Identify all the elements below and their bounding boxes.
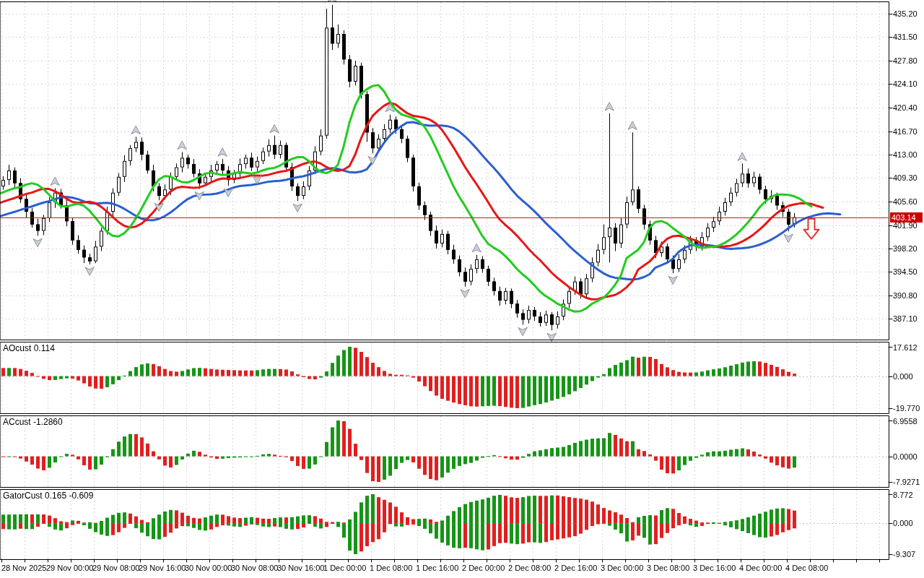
indicator-axis-label: -19.770: [893, 404, 920, 413]
time-axis-label: 30 Nov 08:00: [231, 564, 278, 572]
indicator-axis-label: 17.612: [893, 343, 918, 352]
indicator-axis-label: 0.000: [893, 519, 913, 527]
indicator-axis-label: -7.9271: [893, 478, 920, 486]
indicator-axis-label: 6.9558: [893, 417, 918, 426]
price-axis-label: 416.70: [893, 127, 918, 136]
price-axis-label: 413.00: [893, 150, 918, 159]
time-axis-label: 29 Nov 08:00: [92, 564, 139, 572]
price-chart-canvas[interactable]: [0, 0, 924, 578]
time-axis-label: 29 Nov 16:00: [139, 564, 186, 572]
time-axis-label: 3 Dec 16:00: [693, 564, 736, 572]
price-axis-label: 390.80: [893, 291, 918, 300]
price-axis-label: 420.40: [893, 103, 918, 112]
indicator-label-ao: AOcust 0.114: [3, 343, 55, 353]
time-axis-label: 2 Dec 16:00: [554, 564, 597, 572]
trading-chart-window: AOcust 0.114 ACcust -1.2860 GatorCust 0.…: [0, 0, 924, 578]
price-axis-label: 401.90: [893, 221, 918, 230]
time-axis-label: 4 Dec 08:00: [785, 564, 828, 572]
time-axis-label: 29 Nov 00:00: [46, 564, 93, 572]
price-axis-label: 431.50: [893, 33, 918, 41]
time-axis-label: 2 Dec 08:00: [508, 564, 551, 572]
indicator-label-ac: ACcust -1.2860: [3, 417, 63, 427]
time-axis-label: 3 Dec 08:00: [647, 564, 689, 572]
time-axis-label: 2 Dec 00:00: [462, 564, 505, 572]
time-axis-label: 1 Dec 00:00: [323, 564, 366, 572]
time-axis-label: 30 Nov 16:00: [277, 564, 324, 572]
price-axis-label: 387.10: [893, 314, 918, 323]
price-axis-label: 405.60: [893, 197, 918, 206]
time-axis-label: 1 Dec 16:00: [416, 564, 458, 572]
indicator-label-gator: GatorCust 0.165 -0.609: [3, 491, 93, 501]
time-axis-label: 30 Nov 00:00: [185, 564, 232, 572]
time-axis-label: 3 Dec 00:00: [601, 564, 643, 572]
time-axis-label: 1 Dec 08:00: [370, 564, 412, 572]
price-axis-label: 427.80: [893, 56, 918, 65]
price-axis-label: 424.10: [893, 79, 918, 88]
price-axis-label: 394.50: [893, 267, 918, 276]
time-axis-label: 28 Nov 2025: [1, 564, 46, 572]
time-axis-label: 4 Dec 00:00: [739, 564, 782, 572]
indicator-axis-label: 0.000: [893, 372, 913, 381]
indicator-axis-label: 8.772: [893, 491, 913, 499]
indicator-axis-label: 0.0000: [893, 452, 918, 461]
price-axis-label: 398.20: [893, 244, 918, 253]
price-axis-label: 409.30: [893, 173, 918, 182]
price-axis-label: 435.20: [893, 9, 918, 18]
indicator-axis-label: -9.307: [893, 550, 915, 558]
